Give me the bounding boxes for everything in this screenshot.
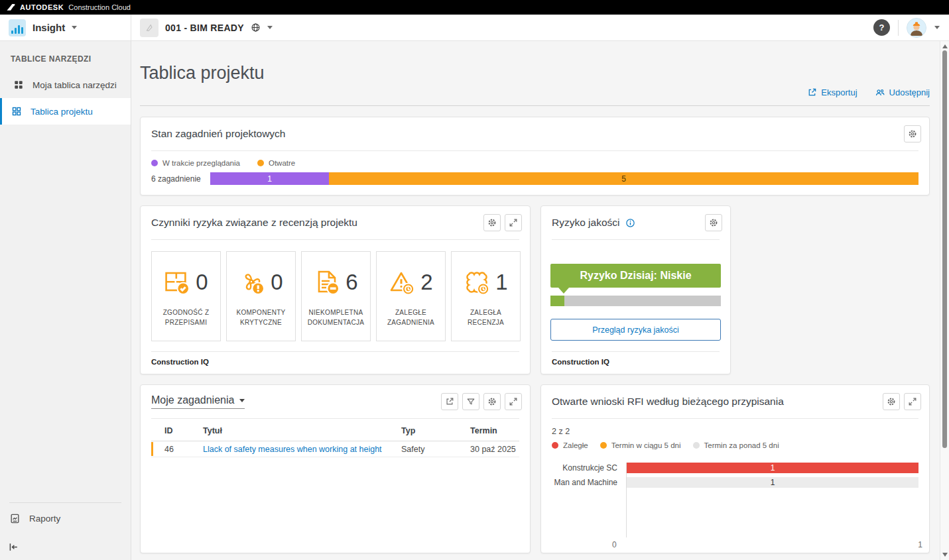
warning-clock-icon bbox=[389, 269, 415, 296]
bar-value: 1 bbox=[771, 478, 775, 487]
tile-value: 6 bbox=[346, 270, 357, 295]
legend-dot bbox=[693, 442, 700, 449]
scroll-up-arrow-icon[interactable] bbox=[942, 44, 948, 48]
expand-icon bbox=[908, 397, 917, 406]
chart-category-labels: Konstrukcje SC Man and Machine bbox=[552, 463, 626, 537]
card-title: Ryzyko jakości bbox=[552, 217, 620, 229]
help-label: ? bbox=[879, 23, 885, 32]
card-expand-button[interactable] bbox=[505, 393, 522, 410]
card-settings-button[interactable] bbox=[883, 393, 900, 410]
issue-title-link[interactable]: Llack of safety measures when working at… bbox=[203, 445, 382, 454]
info-icon[interactable] bbox=[625, 218, 635, 228]
globe-icon bbox=[251, 23, 261, 32]
floorplan-check-icon bbox=[164, 269, 190, 296]
autodesk-logo-icon bbox=[7, 3, 15, 11]
header-divider bbox=[140, 105, 930, 106]
chart-x-axis: 0 1 bbox=[612, 540, 922, 549]
vertical-scrollbar[interactable] bbox=[940, 41, 949, 560]
tile-label: ZALEGŁA RECENZJA bbox=[456, 308, 516, 327]
scrollbar-thumb[interactable] bbox=[942, 50, 947, 448]
bar-segment-in-review[interactable]: 1 bbox=[210, 172, 329, 185]
header-divider bbox=[898, 20, 899, 36]
tile-critical-components[interactable]: 0 KOMPONENTY KRYTYCZNE bbox=[226, 251, 296, 341]
tile-incomplete-documentation[interactable]: 6 NIEKOMPLETNA DOKUMENTACJA bbox=[301, 251, 371, 341]
card-settings-button[interactable] bbox=[705, 214, 722, 231]
header-actions: ? bbox=[873, 18, 949, 38]
share-people-icon bbox=[875, 87, 885, 97]
chevron-down-icon bbox=[239, 399, 245, 402]
legend-label: Otwatre bbox=[269, 159, 295, 167]
sidebar-item-reports[interactable]: Raporty bbox=[0, 503, 131, 533]
my-issues-dropdown[interactable]: Moje zagadnienia bbox=[151, 394, 245, 409]
col-due: Termin bbox=[470, 426, 519, 435]
project-thumbnail bbox=[140, 19, 158, 37]
legend-dot bbox=[552, 442, 558, 449]
gear-icon bbox=[487, 218, 497, 227]
card-quality-risk: Ryzyko jakości Ryzyko Dzisiaj: Niskie Pr… bbox=[540, 205, 731, 374]
collapse-sidebar-button[interactable] bbox=[0, 533, 131, 560]
share-label: Udostępnij bbox=[889, 87, 930, 97]
button-label: Przegląd ryzyka jakości bbox=[592, 325, 679, 335]
bar-konstrukcje-sc[interactable]: 1 bbox=[627, 463, 918, 473]
sidebar-item-my-dashboard[interactable]: Moja tablica narzędzi bbox=[0, 72, 131, 98]
page-actions: Eksportuj Udostępnij bbox=[140, 85, 930, 99]
legend-label: Zaległe bbox=[563, 441, 588, 449]
user-avatar[interactable] bbox=[907, 18, 926, 38]
legend-item-open[interactable]: Otwatre bbox=[257, 159, 295, 167]
fan-alert-icon bbox=[239, 269, 265, 296]
col-type: Typ bbox=[401, 426, 470, 435]
share-button[interactable]: Udostępnij bbox=[875, 87, 930, 97]
legend-item-overdue[interactable]: Zaległe bbox=[552, 441, 588, 449]
quality-risk-review-button[interactable]: Przegląd ryzyka jakości bbox=[550, 319, 721, 341]
stacked-bar-row: 6 zagadnienie 1 5 bbox=[141, 167, 929, 185]
app-switcher[interactable]: Insight bbox=[0, 15, 131, 40]
card-expand-button[interactable] bbox=[505, 214, 522, 231]
chevron-down-icon bbox=[267, 26, 273, 29]
gear-icon bbox=[908, 129, 917, 139]
sidebar-item-label: Moja tablica narzędzi bbox=[32, 80, 117, 90]
chevron-down-icon[interactable] bbox=[934, 26, 940, 29]
scroll-down-arrow-icon[interactable] bbox=[942, 553, 948, 557]
help-button[interactable]: ? bbox=[873, 19, 890, 36]
legend-label: Termin w ciągu 5 dni bbox=[611, 441, 681, 449]
tile-overdue-review[interactable]: 1 ZALEGŁA RECENZJA bbox=[451, 251, 521, 341]
card-settings-button[interactable] bbox=[483, 214, 501, 231]
construction-iq-footer: Construction IQ bbox=[552, 351, 720, 374]
segment-value: 1 bbox=[267, 174, 272, 184]
card-open-rfi: Otwarte wnioski RFI według bieżącego prz… bbox=[540, 384, 930, 553]
x-tick: 0 bbox=[612, 540, 617, 549]
table-row[interactable]: 46 Llack of safety measures when working… bbox=[151, 441, 519, 457]
open-in-new-button[interactable] bbox=[441, 393, 458, 410]
legend-label: Termin za ponad 5 dni bbox=[704, 441, 779, 449]
tile-value: 2 bbox=[420, 270, 432, 295]
category-label: Konstrukcje SC bbox=[552, 463, 617, 473]
legend-item-due-later[interactable]: Termin za ponad 5 dni bbox=[693, 441, 779, 449]
gear-icon bbox=[887, 397, 896, 406]
legend-dot bbox=[151, 160, 158, 166]
legend-item-due-5-days[interactable]: Termin w ciągu 5 dni bbox=[600, 441, 681, 449]
tile-value: 0 bbox=[196, 270, 208, 295]
card-expand-button[interactable] bbox=[904, 393, 921, 410]
app-name: Insight bbox=[32, 22, 65, 33]
filter-button[interactable] bbox=[462, 393, 479, 410]
export-button[interactable]: Eksportuj bbox=[807, 87, 857, 97]
report-icon bbox=[9, 513, 21, 524]
tile-code-compliance[interactable]: 0 ZGODNOŚĆ Z PRZEPISAMI bbox=[151, 251, 221, 341]
tile-overdue-issues[interactable]: 2 ZALEGŁE ZAGADNIENIA bbox=[376, 251, 446, 341]
app-window: AUTODESK Construction Cloud Insight 001 … bbox=[0, 0, 949, 560]
filter-icon bbox=[466, 397, 475, 406]
project-selector[interactable]: 001 - BIM READY bbox=[131, 19, 273, 37]
sidebar-item-project-dashboard[interactable]: Tablica projektu bbox=[0, 98, 131, 125]
construction-iq-footer: Construction IQ bbox=[151, 351, 519, 374]
card-settings-button[interactable] bbox=[483, 393, 501, 410]
card-title: Moje zagadnienia bbox=[151, 394, 234, 406]
bar-man-and-machine[interactable]: 1 bbox=[627, 477, 918, 488]
issue-due-date: 30 paź 2025 bbox=[470, 445, 519, 454]
topbar: AUTODESK Construction Cloud bbox=[0, 0, 949, 15]
card-settings-button[interactable] bbox=[904, 125, 921, 142]
legend-item-in-review[interactable]: W trakcie przeglądania bbox=[151, 159, 240, 167]
tile-value: 0 bbox=[271, 270, 283, 295]
card-divider bbox=[151, 239, 519, 240]
bar-segment-open[interactable]: 5 bbox=[329, 172, 918, 185]
cloud-clock-icon bbox=[464, 269, 490, 296]
